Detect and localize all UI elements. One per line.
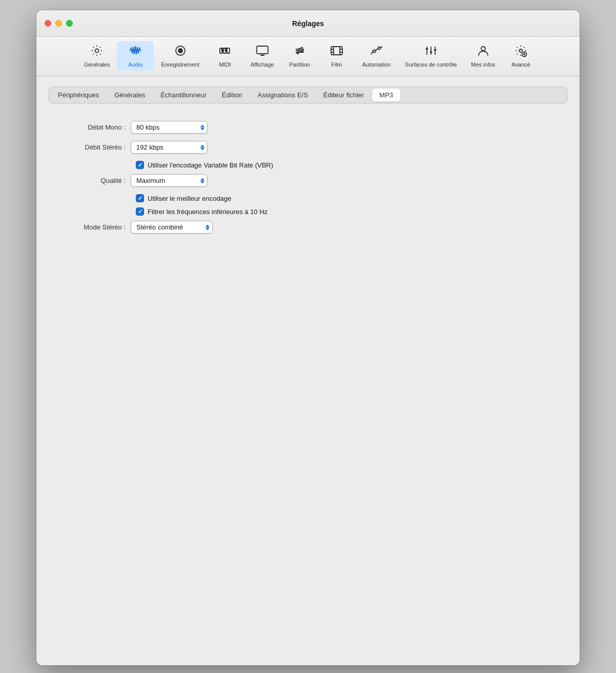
svg-point-27 bbox=[378, 47, 380, 50]
svg-point-38 bbox=[519, 49, 522, 52]
meilleur-encodage-row: ✓ Utiliser le meilleur encodage bbox=[136, 194, 557, 202]
svg-rect-5 bbox=[227, 48, 230, 53]
svg-point-0 bbox=[95, 49, 99, 53]
svg-rect-34 bbox=[425, 48, 428, 50]
toolbar-item-avance[interactable]: Avancé bbox=[502, 41, 539, 71]
qualite-label: Qualité : bbox=[59, 177, 131, 184]
debit-mono-label: Débit Mono : bbox=[59, 123, 131, 131]
midi-icon bbox=[218, 44, 232, 59]
meilleur-encodage-label: Utiliser le meilleur encodage bbox=[148, 195, 231, 202]
waveform-icon bbox=[129, 44, 142, 59]
person-icon bbox=[477, 44, 490, 59]
svg-line-30 bbox=[380, 47, 382, 48]
svg-line-29 bbox=[375, 48, 378, 51]
debit-stereo-select-wrapper: 80 kbps 128 kbps 192 kbps 320 kbps bbox=[131, 141, 208, 154]
svg-rect-6 bbox=[222, 48, 223, 51]
debit-stereo-label: Débit Stéréo : bbox=[59, 143, 131, 151]
content-area: Périphériques Générales Échantillonneur … bbox=[36, 76, 580, 665]
automation-icon bbox=[370, 44, 383, 59]
record-icon bbox=[174, 44, 187, 59]
toolbar-item-generales[interactable]: Générales bbox=[77, 41, 117, 71]
maximize-button[interactable] bbox=[66, 20, 73, 27]
filtrer-row: ✓ Filtrer les fréquences inférieures à 1… bbox=[136, 207, 557, 216]
film-icon bbox=[330, 44, 343, 59]
filtrer-checkbox[interactable]: ✓ bbox=[136, 207, 144, 216]
toolbar-item-midi[interactable]: MIDI bbox=[207, 41, 243, 71]
tabs-bar: Périphériques Générales Échantillonneur … bbox=[49, 87, 567, 103]
toolbar-item-film[interactable]: Film bbox=[318, 41, 355, 71]
toolbar-item-audio[interactable]: Audio bbox=[117, 41, 154, 71]
toolbar-item-affichage[interactable]: Affichage bbox=[243, 41, 281, 71]
toolbar: Générales Audio Enregistrement bbox=[36, 37, 580, 76]
meilleur-encodage-checkbox[interactable]: ✓ bbox=[136, 194, 144, 202]
tab-peripheriques[interactable]: Périphériques bbox=[51, 89, 106, 101]
filtrer-label: Filtrer les fréquences inférieures à 10 … bbox=[148, 208, 268, 216]
svg-point-37 bbox=[481, 47, 485, 51]
mode-stereo-select[interactable]: Stéréo combiné Stéréo joint Stéréo doubl… bbox=[131, 221, 213, 234]
toolbar-label-midi: MIDI bbox=[219, 61, 231, 68]
main-window: Réglages Générales Audio bbox=[36, 10, 580, 665]
vbr-label: Utiliser l'encodage Variable Bit Rate (V… bbox=[148, 161, 273, 169]
svg-rect-36 bbox=[434, 49, 436, 51]
toolbar-label-automation: Automation bbox=[362, 61, 391, 68]
close-button[interactable] bbox=[45, 20, 51, 27]
display-icon bbox=[256, 44, 269, 59]
debit-mono-select[interactable]: 80 kbps 128 kbps 192 kbps 320 kbps bbox=[131, 121, 208, 134]
tab-editeur[interactable]: Éditeur fichier bbox=[316, 89, 371, 101]
toolbar-label-affichage: Affichage bbox=[251, 61, 274, 68]
toolbar-item-automation[interactable]: Automation bbox=[355, 41, 398, 71]
toolbar-item-partition[interactable]: Partition bbox=[281, 41, 318, 71]
toolbar-label-mesinfos: Mes infos bbox=[471, 61, 495, 68]
traffic-lights bbox=[45, 20, 73, 27]
titlebar: Réglages bbox=[36, 10, 580, 37]
toolbar-label-film: Film bbox=[331, 61, 342, 68]
toolbar-label-avance: Avancé bbox=[511, 61, 530, 68]
notes-icon bbox=[293, 44, 306, 59]
mode-stereo-row: Mode Stéréo : Stéréo combiné Stéréo join… bbox=[59, 221, 557, 234]
toolbar-label-partition: Partition bbox=[290, 61, 310, 68]
form-section: Débit Mono : 80 kbps 128 kbps 192 kbps 3… bbox=[49, 116, 567, 246]
svg-point-2 bbox=[178, 49, 182, 53]
svg-rect-8 bbox=[257, 46, 268, 54]
qualite-select[interactable]: Maximum Élevée Normale bbox=[131, 174, 208, 187]
toolbar-item-mesinfos[interactable]: Mes infos bbox=[464, 41, 502, 71]
qualite-row: Qualité : Maximum Élevée Normale bbox=[59, 174, 557, 187]
svg-rect-19 bbox=[331, 47, 342, 55]
toolbar-label-enregistrement: Enregistrement bbox=[161, 61, 199, 68]
svg-rect-7 bbox=[225, 48, 227, 51]
filtrer-checkmark: ✓ bbox=[138, 209, 142, 215]
toolbar-label-generales: Générales bbox=[84, 61, 110, 68]
vbr-row: ✓ Utiliser l'encodage Variable Bit Rate … bbox=[136, 161, 557, 169]
mode-stereo-label: Mode Stéréo : bbox=[59, 223, 131, 231]
sliders-icon bbox=[424, 44, 438, 59]
toolbar-item-enregistrement[interactable]: Enregistrement bbox=[154, 41, 207, 71]
vbr-checkbox[interactable]: ✓ bbox=[136, 161, 144, 169]
toolbar-label-audio: Audio bbox=[128, 61, 142, 68]
debit-mono-row: Débit Mono : 80 kbps 128 kbps 192 kbps 3… bbox=[59, 121, 557, 134]
tab-echantillonneur[interactable]: Échantillonneur bbox=[153, 89, 214, 101]
gear-icon bbox=[90, 44, 104, 59]
debit-mono-select-wrapper: 80 kbps 128 kbps 192 kbps 320 kbps bbox=[131, 121, 208, 134]
svg-rect-35 bbox=[429, 51, 432, 53]
debit-stereo-select[interactable]: 80 kbps 128 kbps 192 kbps 320 kbps bbox=[131, 141, 208, 154]
vbr-checkmark: ✓ bbox=[138, 162, 142, 168]
advancedgear-icon bbox=[514, 44, 527, 59]
mode-stereo-select-wrapper: Stéréo combiné Stéréo joint Stéréo doubl… bbox=[131, 221, 213, 234]
minimize-button[interactable] bbox=[55, 20, 62, 27]
svg-line-18 bbox=[299, 47, 302, 49]
tab-mp3[interactable]: MP3 bbox=[372, 89, 400, 101]
svg-point-26 bbox=[373, 50, 375, 53]
window-title: Réglages bbox=[292, 19, 324, 28]
toolbar-item-surfaces[interactable]: Surfaces de contrôle bbox=[398, 41, 464, 71]
tab-generales[interactable]: Générales bbox=[107, 89, 152, 101]
tab-assignations[interactable]: Assignations E/S bbox=[251, 89, 315, 101]
debit-stereo-row: Débit Stéréo : 80 kbps 128 kbps 192 kbps… bbox=[59, 141, 557, 154]
tab-edition[interactable]: Édition bbox=[215, 89, 250, 101]
meilleur-encodage-checkmark: ✓ bbox=[138, 196, 142, 201]
qualite-select-wrapper: Maximum Élevée Normale bbox=[131, 174, 208, 187]
toolbar-label-surfaces: Surfaces de contrôle bbox=[405, 61, 457, 68]
svg-line-28 bbox=[371, 51, 373, 54]
